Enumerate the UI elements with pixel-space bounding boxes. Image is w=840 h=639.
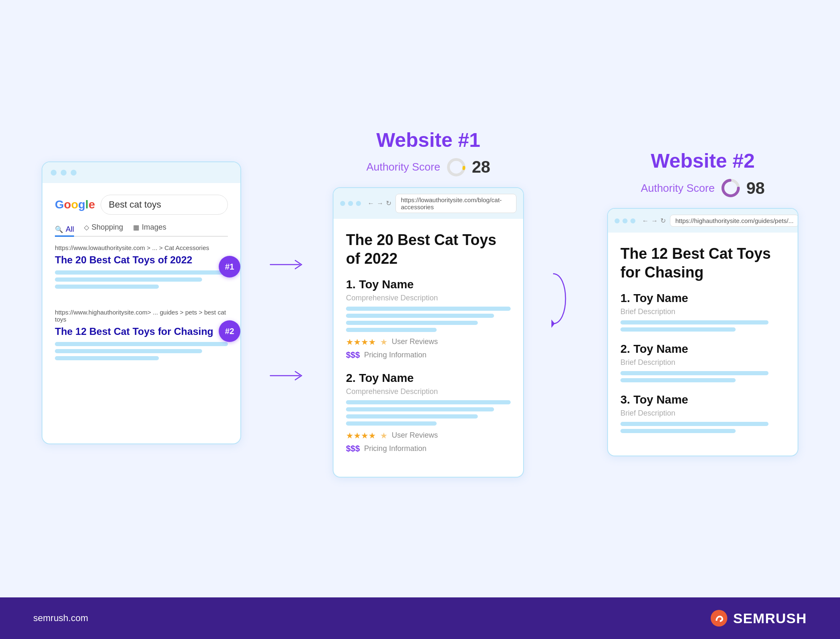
website-1-page-title: The 20 Best Cat Toys of 2022 (346, 230, 511, 268)
website-2-toy-3: 3. Toy Name Brief Description (620, 393, 785, 433)
browser-dot (630, 218, 635, 223)
dot-2 (61, 170, 67, 176)
line (346, 400, 511, 404)
svg-point-0 (448, 159, 464, 175)
svg-point-5 (711, 610, 727, 627)
back-icon[interactable]: ← (368, 200, 374, 207)
line (620, 320, 768, 324)
toy-2-content-lines (346, 400, 511, 426)
w2-toy-3-name: 3. Toy Name (620, 393, 785, 406)
line (346, 414, 478, 419)
star-icon: ★★★★ (346, 431, 376, 441)
line (346, 407, 494, 411)
badge-1: #1 (219, 256, 240, 277)
forward-icon[interactable]: → (651, 217, 658, 225)
line (620, 327, 736, 332)
forward-icon[interactable]: → (377, 200, 383, 207)
website-2-heading: Website #2 (651, 149, 755, 172)
website-1-toy-2: 2. Toy Name Comprehensive Description ★★… (346, 372, 511, 453)
toy-1-desc: Comprehensive Description (346, 294, 511, 302)
w2-toy-2-desc: Brief Description (620, 358, 785, 367)
half-star-icon: ★ (380, 431, 388, 441)
search-result-1: https://www.lowauthoritysite.com > ... >… (55, 244, 228, 289)
website-1-authority-row: Authority Score 28 (366, 157, 490, 177)
toy-1-price: $$$ Pricing Information (346, 350, 511, 360)
search-result-2: https://www.highauthoritysite.com> ... g… (55, 309, 228, 360)
line (55, 277, 202, 282)
search-icon: 🔍 (55, 225, 63, 233)
search-bar: Google Best cat toys (55, 195, 228, 215)
website-2-browser-header: ← → ↻ https://highauthoritysite.com/guid… (608, 209, 798, 233)
line (55, 270, 228, 275)
images-icon: ▦ (133, 223, 139, 231)
tab-all[interactable]: 🔍 All (55, 223, 74, 237)
refresh-icon[interactable]: ↻ (660, 217, 666, 225)
website-2-score: 98 (746, 179, 765, 198)
badge-2: #2 (219, 320, 240, 342)
browser-dot (348, 201, 353, 206)
browser-dot (623, 218, 628, 223)
website-2-browser: ← → ↻ https://highauthoritysite.com/guid… (607, 208, 798, 456)
line (346, 421, 437, 426)
tab-shopping[interactable]: ◇ Shopping (84, 223, 123, 232)
arrow-icon-2 (268, 369, 306, 382)
website-1-body: The 20 Best Cat Toys of 2022 1. Toy Name… (334, 219, 523, 477)
w2-toy-2-lines (620, 371, 785, 382)
result-2-title[interactable]: The 12 Best Cat Toys for Chasing (55, 325, 228, 338)
toy-2-desc: Comprehensive Description (346, 387, 511, 396)
price-label: Pricing Information (364, 351, 426, 359)
result-1-url: https://www.lowauthoritysite.com > ... >… (55, 244, 228, 251)
browser-1-nav: ← → ↻ (368, 199, 391, 207)
price-icon: $$$ (346, 444, 360, 453)
search-input[interactable]: Best cat toys (101, 195, 228, 215)
result-2-url: https://www.highauthoritysite.com> ... g… (55, 309, 228, 323)
website-1-toy-1: 1. Toy Name Comprehensive Description ★★… (346, 278, 511, 360)
semrush-logo: SEMRUSH (710, 609, 807, 627)
result-1-lines (55, 270, 228, 289)
google-tabs: 🔍 All ◇ Shopping ▦ Images (55, 223, 228, 237)
website-2-donut (721, 178, 741, 198)
w2-toy-1-name: 1. Toy Name (620, 292, 785, 305)
browser-2-nav: ← → ↻ (642, 217, 666, 225)
shopping-icon: ◇ (84, 223, 89, 231)
result-1-title[interactable]: The 20 Best Cat Toys of 2022 (55, 253, 228, 266)
website-1-heading: Website #1 (376, 129, 480, 151)
w2-toy-1-lines (620, 320, 785, 332)
arrow-2 (266, 369, 308, 382)
refresh-icon[interactable]: ↻ (386, 199, 391, 207)
semrush-brand: SEMRUSH (733, 610, 807, 627)
footer: semrush.com SEMRUSH (0, 597, 840, 639)
back-icon[interactable]: ← (642, 217, 649, 225)
w2-toy-1-desc: Brief Description (620, 307, 785, 316)
line (55, 349, 202, 353)
svg-marker-2 (551, 320, 555, 328)
w2-toy-3-lines (620, 422, 785, 433)
line (620, 378, 736, 382)
review-label: User Reviews (392, 337, 438, 346)
w2-toy-2-name: 2. Toy Name (620, 342, 785, 356)
result-2-lines (55, 342, 228, 360)
line (346, 321, 478, 325)
line (55, 285, 159, 289)
price-label: Pricing Information (364, 444, 426, 453)
toy-1-name: 1. Toy Name (346, 278, 511, 291)
tab-images[interactable]: ▦ Images (133, 223, 166, 232)
toy-1-content-lines (346, 307, 511, 332)
google-search-panel: Google Best cat toys 🔍 All ◇ Shopping ▦ … (42, 161, 241, 444)
line (620, 429, 736, 433)
website-2-toy-2: 2. Toy Name Brief Description (620, 342, 785, 382)
website-2-url[interactable]: https://highauthoritysite.com/guides/pet… (670, 215, 798, 227)
website-1-browser: ← → ↻ https://lowauthoritysite.com/blog/… (333, 187, 524, 478)
browser-1-dots (340, 201, 361, 206)
website-2-column: Website #2 Authority Score 98 ← → ↻ (607, 149, 798, 456)
w2-toy-3-desc: Brief Description (620, 409, 785, 418)
website-2-authority-label: Authority Score (641, 182, 715, 195)
line (346, 328, 437, 332)
website-1-url[interactable]: https://lowauthoritysite.com/blog/cat-ac… (395, 194, 516, 213)
website-1-authority-label: Authority Score (366, 161, 440, 173)
browser-dot (615, 218, 620, 223)
website-1-donut (446, 157, 466, 177)
browser-dot (340, 201, 345, 206)
line (620, 371, 768, 375)
line (346, 314, 494, 318)
